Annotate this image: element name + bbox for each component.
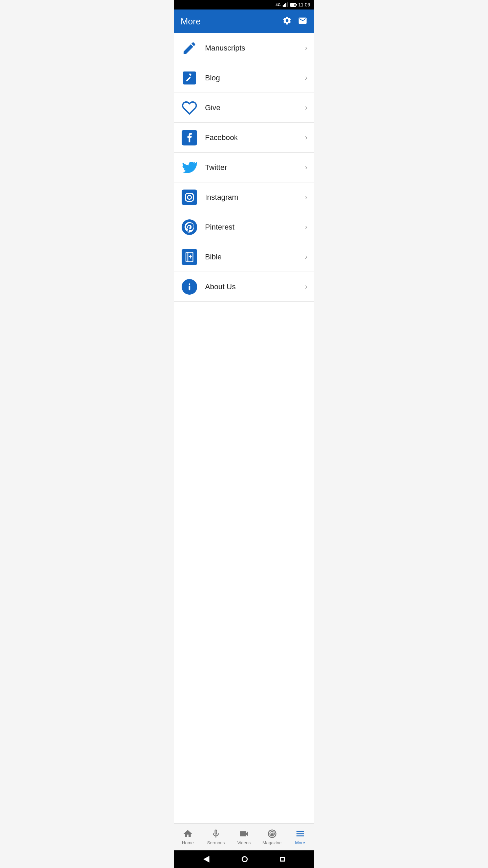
bible-label: Bible [205,253,305,261]
manuscripts-chevron: › [305,44,307,53]
videos-nav-label: Videos [237,840,251,845]
menu-item-give[interactable]: Give › [174,93,314,123]
twitter-icon-container [181,159,198,176]
menu-item-bible[interactable]: Bible › [174,242,314,272]
svg-rect-1 [284,4,285,7]
more-nav-label: More [295,840,305,845]
manuscripts-icon-container [181,39,198,57]
twitter-chevron: › [305,163,307,172]
blog-icon-container [181,69,198,87]
android-nav-bar [174,850,314,868]
edit-icon [182,70,197,86]
magazine-nav-icon [267,829,277,839]
menu-item-facebook[interactable]: Facebook › [174,123,314,153]
header: More [174,9,314,33]
pinterest-chevron: › [305,223,307,232]
menu-item-about-us[interactable]: About Us › [174,272,314,302]
menu-item-twitter[interactable]: Twitter › [174,153,314,182]
svg-rect-12 [187,252,188,262]
blog-label: Blog [205,74,305,82]
menu-item-manuscripts[interactable]: Manuscripts › [174,33,314,63]
bottom-navigation: Home Sermons Videos Magazine More [174,823,314,850]
facebook-label: Facebook [205,133,305,142]
spacer [174,813,314,823]
nav-item-videos[interactable]: Videos [230,824,258,850]
svg-rect-15 [190,255,191,259]
bible-icon-container [181,248,198,266]
blog-chevron: › [305,74,307,82]
about-us-label: About Us [205,282,305,291]
menu-item-pinterest[interactable]: Pinterest › [174,212,314,242]
android-recent-button[interactable] [280,857,285,862]
page-title: More [181,16,201,27]
svg-rect-3 [287,2,288,7]
heart-icon [182,100,197,116]
nav-item-home[interactable]: Home [174,824,202,850]
mic-nav-icon [211,829,221,839]
instagram-chevron: › [305,193,307,202]
nav-item-magazine[interactable]: Magazine [258,824,286,850]
menu-item-blog[interactable]: Blog › [174,63,314,93]
info-icon [182,279,197,295]
svg-point-9 [192,194,193,195]
bible-chevron: › [305,253,307,261]
signal-indicator: 4G [276,3,281,7]
instagram-icon [182,190,197,205]
menu-nav-icon [295,829,305,839]
manuscripts-label: Manuscripts [205,44,305,53]
android-back-button[interactable] [203,856,209,863]
svg-rect-6 [182,190,197,205]
mail-icon [298,16,307,25]
give-chevron: › [305,103,307,112]
gear-icon [282,16,292,25]
pinterest-icon [182,219,197,235]
facebook-icon-container [181,129,198,146]
instagram-icon-container [181,189,198,206]
menu-item-instagram[interactable]: Instagram › [174,182,314,212]
about-us-icon-container [181,278,198,296]
settings-button[interactable] [282,16,292,27]
twitter-icon [182,160,197,175]
pinterest-icon-container [181,218,198,236]
svg-rect-0 [283,5,284,7]
mail-button[interactable] [298,16,307,27]
header-actions [282,16,307,27]
menu-list: Manuscripts › Blog › Give › F [174,33,314,813]
svg-rect-18 [189,285,190,290]
svg-point-10 [182,219,197,235]
signal-bars-icon [283,2,288,7]
status-bar: 4G 11:06 [174,0,314,9]
instagram-label: Instagram [205,193,305,202]
facebook-chevron: › [305,133,307,142]
home-nav-icon [183,829,193,839]
status-time: 11:06 [298,2,310,7]
battery-icon [290,3,296,7]
video-nav-icon [239,829,249,839]
android-home-button[interactable] [242,856,248,862]
sermons-nav-label: Sermons [207,840,225,845]
nav-item-sermons[interactable]: Sermons [202,824,230,850]
about-us-chevron: › [305,282,307,291]
home-nav-label: Home [182,840,194,845]
svg-rect-2 [285,3,286,7]
magazine-nav-label: Magazine [263,840,282,845]
pencil-icon [182,40,197,56]
give-label: Give [205,103,305,112]
svg-point-17 [189,283,190,285]
nav-item-more[interactable]: More [286,824,314,850]
facebook-icon [182,130,197,145]
bible-icon [182,249,197,265]
pinterest-label: Pinterest [205,223,305,232]
twitter-label: Twitter [205,163,305,172]
give-icon-container [181,99,198,117]
